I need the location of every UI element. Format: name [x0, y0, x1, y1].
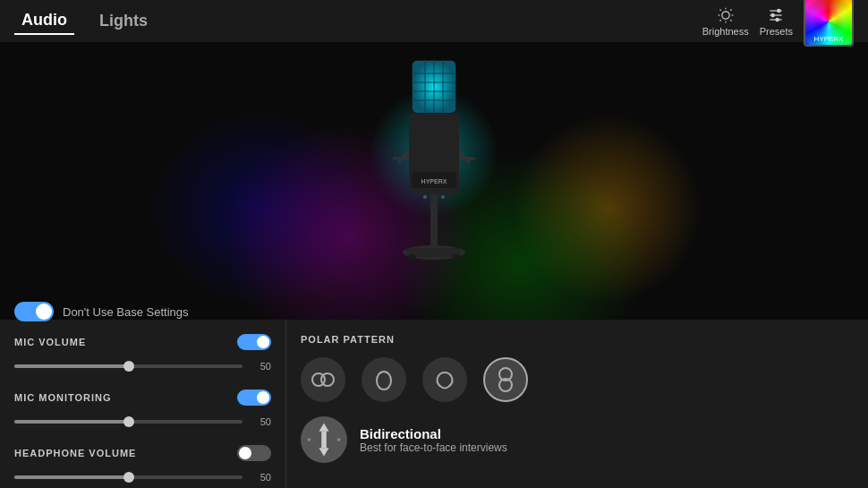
polar-bidirectional-button[interactable] [483, 357, 528, 402]
header-right: Brightness Presets HYPERX [702, 0, 854, 47]
svg-point-12 [778, 9, 780, 12]
mic-volume-thumb[interactable] [123, 361, 134, 372]
mic-volume-toggle[interactable] [237, 334, 271, 350]
mic-volume-slider-row: 50 [14, 357, 271, 375]
polar-stereo-button[interactable] [301, 357, 345, 402]
polar-stereo-icon [309, 365, 337, 394]
svg-point-41 [377, 372, 391, 390]
microphone-image: HYPERX [345, 42, 523, 320]
svg-rect-46 [321, 432, 327, 440]
headphone-volume-section: HEADPHONE VOLUME 50 [14, 445, 271, 486]
polar-cardioid-icon [370, 365, 398, 394]
mic-monitoring-toggle-knob [257, 391, 269, 404]
presets-thumb-text: HYPERX [805, 35, 852, 43]
svg-point-13 [771, 13, 774, 16]
mic-monitoring-fill [14, 420, 129, 424]
polar-pattern-name: Bidirectional [360, 426, 507, 441]
presets-label: Presets [760, 26, 793, 37]
svg-rect-34 [430, 194, 438, 248]
right-controls: POLAR PATTERN [286, 320, 868, 488]
mic-volume-value: 50 [250, 361, 271, 372]
mic-volume-track [14, 364, 243, 368]
polar-desc-icon-wrap [301, 416, 347, 463]
svg-text:HYPERX: HYPERX [421, 178, 447, 184]
polar-desc-text: Bidirectional Best for face-to-face inte… [360, 426, 507, 454]
mic-monitoring-toggle[interactable] [237, 390, 271, 406]
svg-point-0 [722, 11, 729, 18]
mic-volume-section: MIC VOLUME 50 [14, 334, 271, 375]
tab-audio[interactable]: Audio [14, 7, 74, 35]
headphone-volume-toggle[interactable] [237, 445, 271, 461]
polar-pattern-label: POLAR PATTERN [301, 334, 854, 345]
mic-volume-header: MIC VOLUME [14, 334, 271, 350]
mic-monitoring-section: MIC MONITORING 50 [14, 390, 271, 431]
brightness-button[interactable]: Brightness [702, 6, 749, 37]
presets-button[interactable]: Presets [760, 6, 793, 37]
mic-volume-toggle-knob [257, 336, 269, 348]
svg-line-7 [719, 20, 720, 21]
mic-monitoring-slider[interactable] [14, 413, 243, 431]
svg-point-31 [423, 195, 427, 199]
headphone-volume-slider[interactable] [14, 468, 243, 486]
svg-point-40 [321, 373, 334, 386]
svg-point-49 [308, 438, 311, 441]
mic-monitoring-thumb[interactable] [123, 416, 134, 427]
svg-point-33 [441, 195, 445, 199]
svg-point-38 [452, 254, 461, 260]
mic-monitoring-header: MIC MONITORING [14, 390, 271, 406]
headphone-volume-value: 50 [250, 472, 271, 483]
base-settings-label: Don't Use Base Settings [63, 305, 189, 319]
microphone-svg: HYPERX [380, 56, 488, 306]
base-settings-toggle[interactable] [14, 302, 54, 321]
header: Audio Lights Brightness [0, 0, 868, 42]
nav-tabs: Audio Lights [14, 7, 155, 35]
mic-display-area: HYPERX [0, 42, 868, 320]
base-settings-row: Don't Use Base Settings [14, 302, 189, 321]
headphone-volume-label: HEADPHONE VOLUME [14, 448, 136, 458]
polar-description: Bidirectional Best for face-to-face inte… [301, 416, 854, 463]
mic-monitoring-label: MIC MONITORING [14, 392, 112, 403]
mic-monitoring-slider-row: 50 [14, 413, 271, 431]
headphone-volume-toggle-knob [239, 447, 251, 459]
headphone-volume-header: HEADPHONE VOLUME [14, 445, 271, 461]
brightness-icon [717, 6, 735, 24]
tab-lights[interactable]: Lights [92, 8, 155, 34]
svg-line-3 [719, 9, 720, 10]
mic-monitoring-value: 50 [250, 416, 271, 427]
mic-volume-fill [14, 364, 129, 368]
svg-line-4 [730, 20, 731, 21]
brightness-label: Brightness [702, 26, 749, 37]
polar-pattern-description: Best for face-to-face interviews [360, 441, 507, 454]
headphone-volume-track [14, 475, 243, 479]
mic-volume-label: MIC VOLUME [14, 337, 86, 347]
polar-desc-bidirectional-icon [302, 418, 345, 461]
svg-point-37 [407, 254, 416, 260]
polar-bidirectional-icon [491, 365, 520, 394]
presets-thumbnail[interactable]: HYPERX [804, 0, 854, 47]
headphone-volume-slider-row: 50 [14, 468, 271, 486]
polar-omni-button[interactable] [422, 357, 467, 402]
svg-line-8 [730, 9, 731, 10]
svg-rect-48 [321, 440, 327, 448]
polar-pattern-icons [301, 357, 854, 402]
svg-point-14 [776, 18, 779, 21]
mic-monitoring-track [14, 420, 243, 424]
left-controls: MIC VOLUME 50 MIC MONITORING [0, 320, 286, 488]
presets-icon [767, 6, 785, 24]
headphone-volume-fill [14, 475, 129, 479]
polar-omni-icon [430, 365, 459, 394]
controls-area: MIC VOLUME 50 MIC MONITORING [0, 320, 868, 488]
svg-point-50 [337, 438, 341, 441]
mic-volume-slider[interactable] [14, 357, 243, 375]
headphone-volume-thumb[interactable] [123, 472, 134, 483]
polar-cardioid-button[interactable] [362, 357, 406, 402]
toggle-knob [36, 304, 52, 320]
